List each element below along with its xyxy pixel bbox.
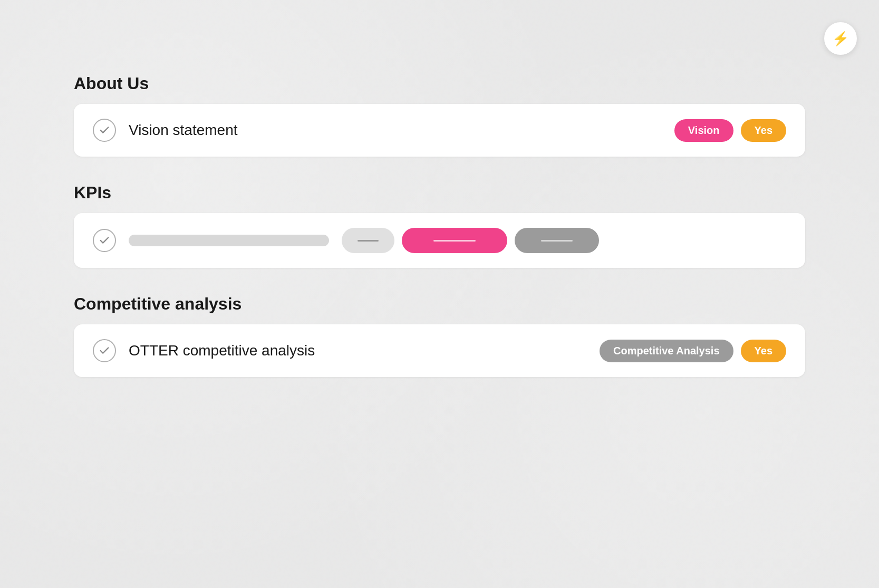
section-about-us: About Us Vision statement Vision Yes: [74, 74, 805, 157]
card-label-competitive: OTTER competitive analysis: [129, 342, 587, 359]
section-competitive-analysis: Competitive analysis OTTER competitive a…: [74, 294, 805, 377]
check-circle-kpi: [93, 229, 116, 252]
tag-competitive-analysis[interactable]: Competitive Analysis: [600, 340, 733, 362]
tag-yes-competitive[interactable]: Yes: [741, 340, 786, 362]
skeleton-tag-short: [342, 228, 394, 253]
card-otter-competitive: OTTER competitive analysis Competitive A…: [74, 324, 805, 377]
skeleton-tag-gray: [515, 228, 599, 253]
card-tags-vision: Vision Yes: [674, 119, 786, 142]
skeleton-tag-pink: [402, 228, 507, 253]
card-vision-statement: Vision statement Vision Yes: [74, 104, 805, 157]
card-tags-competitive: Competitive Analysis Yes: [600, 340, 786, 362]
skeleton-label-kpi: [129, 235, 329, 246]
tag-yes-vision[interactable]: Yes: [741, 119, 786, 142]
page-content: About Us Vision statement Vision Yes KPI…: [0, 0, 879, 435]
section-title-about-us: About Us: [74, 74, 805, 93]
check-circle-vision: [93, 119, 116, 142]
check-circle-competitive: [93, 339, 116, 362]
section-title-competitive: Competitive analysis: [74, 294, 805, 314]
section-kpis: KPIs: [74, 183, 805, 268]
section-title-kpis: KPIs: [74, 183, 805, 203]
card-tags-kpi: [342, 228, 599, 253]
card-label-vision: Vision statement: [129, 122, 662, 139]
card-kpi: [74, 213, 805, 268]
tag-vision[interactable]: Vision: [674, 119, 733, 142]
